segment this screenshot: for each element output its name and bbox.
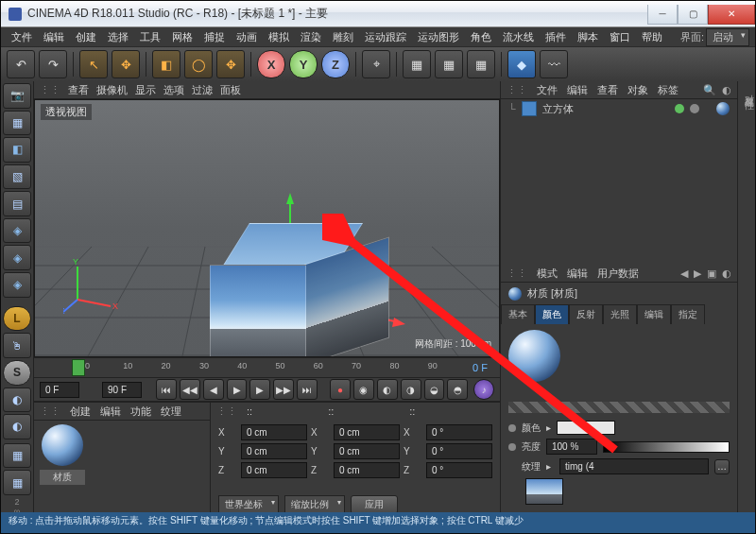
- edge-mode[interactable]: ◈: [3, 245, 31, 270]
- material-manager[interactable]: 材质: [34, 420, 210, 496]
- key-opt4[interactable]: ◓: [447, 379, 468, 400]
- point-mode[interactable]: ◈: [3, 218, 31, 244]
- obj-eye-icon[interactable]: ◐: [722, 84, 731, 96]
- pos-z[interactable]: 0 cm: [241, 462, 307, 478]
- size-y[interactable]: 0 cm: [334, 443, 400, 459]
- menu-工具[interactable]: 工具: [135, 28, 165, 46]
- object-row-cube[interactable]: └ 立方体: [501, 99, 737, 118]
- menu-编辑[interactable]: 编辑: [39, 28, 69, 46]
- tab-edit[interactable]: 编辑: [637, 304, 671, 324]
- attr-edit[interactable]: 编辑: [567, 267, 588, 281]
- coord-space[interactable]: 世界坐标: [218, 495, 279, 514]
- menu-捕捉[interactable]: 捕捉: [199, 28, 230, 46]
- render-region[interactable]: ▦: [435, 50, 463, 78]
- x-axis-lock[interactable]: X: [257, 50, 285, 78]
- snap-tool[interactable]: S: [3, 360, 31, 386]
- obj-objects[interactable]: 对象: [627, 83, 648, 97]
- next-key[interactable]: ▶▶: [273, 379, 294, 400]
- coord-system[interactable]: ⌖: [362, 50, 390, 78]
- cube-object[interactable]: [210, 223, 380, 357]
- next-frame[interactable]: ▶: [249, 379, 270, 400]
- prev-key[interactable]: ◀◀: [180, 379, 200, 400]
- menu-窗口[interactable]: 窗口: [605, 28, 635, 46]
- z-axis-lock[interactable]: Z: [321, 50, 350, 78]
- brightness-slider[interactable]: [603, 441, 730, 453]
- coord-scale[interactable]: 缩放比例: [284, 495, 345, 514]
- rotate-tool[interactable]: ◯: [184, 50, 213, 78]
- menu-选择[interactable]: 选择: [103, 28, 133, 46]
- material-tag[interactable]: [716, 102, 730, 115]
- perspective-viewport[interactable]: 透视视图: [34, 99, 500, 357]
- close-button[interactable]: ✕: [708, 5, 755, 25]
- maximize-button[interactable]: ▢: [678, 5, 708, 25]
- poly-mode[interactable]: ◈: [3, 272, 31, 298]
- menu-创建[interactable]: 创建: [71, 28, 101, 46]
- tool1[interactable]: ▦: [3, 111, 31, 136]
- texture-thumbnail[interactable]: [525, 478, 563, 505]
- tool-bottom2[interactable]: ▦: [3, 470, 31, 495]
- layout-dropdown[interactable]: 启动: [706, 28, 749, 46]
- bright-anim-dot[interactable]: [508, 443, 516, 451]
- material-name[interactable]: 材质: [40, 470, 85, 485]
- key-opt1[interactable]: ◐: [377, 379, 398, 400]
- rot-y[interactable]: 0 °: [426, 443, 492, 459]
- vp-filter[interactable]: 过滤: [192, 83, 213, 97]
- obj-tags[interactable]: 标签: [658, 83, 679, 97]
- menu-帮助[interactable]: 帮助: [637, 28, 667, 46]
- obj-file[interactable]: 文件: [537, 83, 558, 97]
- frame-start[interactable]: 0 F: [40, 382, 79, 398]
- undo-button[interactable]: ↶: [7, 50, 35, 78]
- right-side-tabs[interactable]: 对象属性: [737, 81, 755, 516]
- menu-脚本[interactable]: 脚本: [573, 28, 603, 46]
- minimize-button[interactable]: ─: [647, 5, 678, 25]
- pos-x[interactable]: 0 cm: [241, 424, 307, 440]
- render-view[interactable]: ▦: [403, 50, 431, 78]
- menu-运动跟踪[interactable]: 运动跟踪: [360, 28, 411, 46]
- prev-frame[interactable]: ◀: [203, 379, 224, 400]
- menu-动画[interactable]: 动画: [232, 28, 262, 46]
- vp-display[interactable]: 显示: [135, 83, 156, 97]
- goto-end[interactable]: ⏭: [297, 379, 318, 400]
- obj-edit[interactable]: 编辑: [567, 83, 588, 97]
- redo-button[interactable]: ↷: [39, 50, 67, 78]
- coord-apply[interactable]: 应用: [351, 495, 398, 514]
- vp-camera[interactable]: 摄像机: [96, 83, 128, 97]
- mat-create[interactable]: 创建: [70, 405, 91, 419]
- menu-文件[interactable]: 文件: [7, 28, 37, 46]
- pos-y[interactable]: 0 cm: [241, 443, 307, 459]
- tool-extra1[interactable]: ◐: [3, 388, 31, 413]
- menu-渲染[interactable]: 渲染: [296, 28, 326, 46]
- timeline-playhead[interactable]: [72, 359, 85, 376]
- tab-illum[interactable]: 光照: [603, 304, 637, 324]
- object-name[interactable]: 立方体: [542, 102, 574, 116]
- sound-button[interactable]: ♪: [473, 379, 494, 400]
- vp-panel[interactable]: 面板: [220, 83, 241, 97]
- timeline[interactable]: 0102030405060708090 0 F: [34, 357, 500, 377]
- material-preview-sphere[interactable]: [508, 330, 560, 382]
- texture-browse[interactable]: …: [714, 459, 730, 474]
- move-tool[interactable]: ✥: [112, 50, 140, 78]
- frame-end[interactable]: 90 F: [102, 382, 142, 398]
- attr-next-icon[interactable]: ▶: [694, 267, 701, 280]
- tab-assign[interactable]: 指定: [671, 304, 705, 324]
- material-preview-ball[interactable]: [42, 424, 83, 466]
- autokey[interactable]: ◉: [353, 379, 374, 400]
- add-spline[interactable]: 〰: [540, 50, 568, 78]
- object-manager[interactable]: └ 立方体: [501, 99, 737, 265]
- vp-options[interactable]: 选项: [163, 83, 184, 97]
- visibility-editor[interactable]: [675, 104, 684, 113]
- select-tool[interactable]: ↖: [79, 50, 108, 78]
- add-primitive[interactable]: ◆: [507, 50, 536, 78]
- color-swatch[interactable]: [557, 421, 615, 435]
- color-gradient[interactable]: [508, 402, 730, 413]
- record-key[interactable]: ●: [330, 379, 351, 400]
- attr-menu-icon[interactable]: ◐: [722, 267, 731, 280]
- menu-流水线[interactable]: 流水线: [498, 28, 539, 46]
- size-x[interactable]: 0 cm: [334, 424, 400, 440]
- menu-运动图形[interactable]: 运动图形: [413, 28, 464, 46]
- axis-tool[interactable]: L: [3, 306, 31, 332]
- play-button[interactable]: ▶: [227, 379, 248, 400]
- mouse-tool[interactable]: 🖱: [3, 333, 31, 358]
- mat-tex[interactable]: 纹理: [161, 405, 181, 419]
- texture-mode[interactable]: ▧: [3, 164, 31, 190]
